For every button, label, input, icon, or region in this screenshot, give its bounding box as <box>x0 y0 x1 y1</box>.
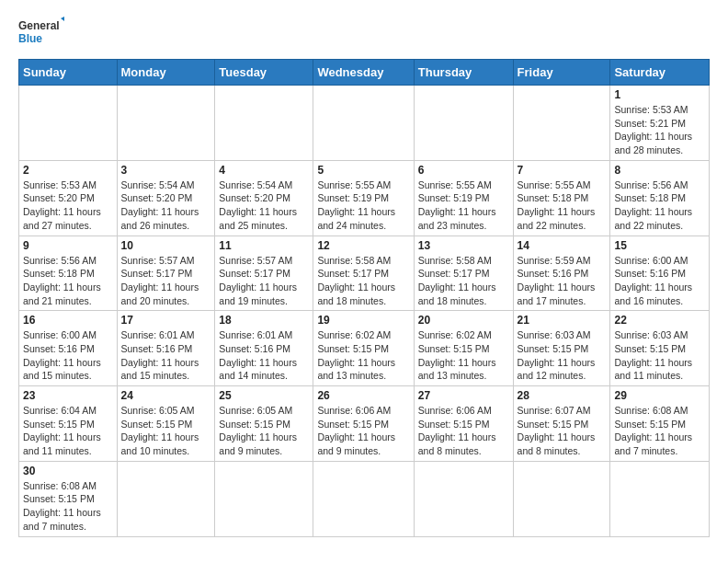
calendar-cell: 9Sunrise: 5:56 AM Sunset: 5:18 PM Daylig… <box>19 236 118 311</box>
day-number: 7 <box>518 164 607 177</box>
col-header-tuesday: Tuesday <box>215 60 313 86</box>
calendar-cell: 4Sunrise: 5:54 AM Sunset: 5:20 PM Daylig… <box>215 160 313 236</box>
calendar-cell: 2Sunrise: 5:53 AM Sunset: 5:20 PM Daylig… <box>19 160 118 236</box>
day-number: 14 <box>518 239 607 252</box>
col-header-thursday: Thursday <box>414 60 513 86</box>
day-number: 15 <box>614 239 705 252</box>
day-info: Sunrise: 5:54 AM Sunset: 5:20 PM Dayligh… <box>219 178 309 233</box>
day-info: Sunrise: 6:08 AM Sunset: 5:15 PM Dayligh… <box>614 404 705 458</box>
calendar-cell: 28Sunrise: 6:07 AM Sunset: 5:15 PM Dayli… <box>513 386 610 462</box>
calendar-cell <box>414 461 513 536</box>
calendar-cell: 11Sunrise: 5:57 AM Sunset: 5:17 PM Dayli… <box>215 236 313 311</box>
calendar-cell: 26Sunrise: 6:06 AM Sunset: 5:15 PM Dayli… <box>313 386 414 462</box>
calendar-cell: 21Sunrise: 6:03 AM Sunset: 5:15 PM Dayli… <box>513 311 610 386</box>
calendar-cell: 8Sunrise: 5:56 AM Sunset: 5:18 PM Daylig… <box>610 160 710 236</box>
calendar-cell <box>215 86 313 161</box>
day-number: 27 <box>418 389 509 402</box>
logo: General Blue <box>18 15 64 52</box>
calendar-cell <box>117 86 215 161</box>
day-number: 11 <box>219 239 309 252</box>
calendar-cell: 19Sunrise: 6:02 AM Sunset: 5:15 PM Dayli… <box>313 311 414 386</box>
calendar-cell <box>313 461 414 536</box>
day-number: 19 <box>317 314 409 327</box>
day-info: Sunrise: 5:55 AM Sunset: 5:19 PM Dayligh… <box>418 178 509 233</box>
calendar-cell <box>313 86 414 161</box>
day-info: Sunrise: 6:03 AM Sunset: 5:15 PM Dayligh… <box>614 328 705 383</box>
day-info: Sunrise: 5:59 AM Sunset: 5:16 PM Dayligh… <box>518 254 607 308</box>
day-info: Sunrise: 5:55 AM Sunset: 5:19 PM Dayligh… <box>317 178 409 233</box>
calendar-cell: 25Sunrise: 6:05 AM Sunset: 5:15 PM Dayli… <box>215 386 313 462</box>
day-info: Sunrise: 5:55 AM Sunset: 5:18 PM Dayligh… <box>518 178 607 233</box>
calendar-cell: 5Sunrise: 5:55 AM Sunset: 5:19 PM Daylig… <box>313 160 414 236</box>
day-number: 30 <box>23 465 113 477</box>
day-info: Sunrise: 6:04 AM Sunset: 5:15 PM Dayligh… <box>23 404 113 458</box>
day-number: 26 <box>317 389 409 402</box>
day-info: Sunrise: 6:05 AM Sunset: 5:15 PM Dayligh… <box>121 404 211 458</box>
day-info: Sunrise: 6:01 AM Sunset: 5:16 PM Dayligh… <box>121 328 211 383</box>
day-info: Sunrise: 6:00 AM Sunset: 5:16 PM Dayligh… <box>614 254 705 308</box>
calendar-header-row: SundayMondayTuesdayWednesdayThursdayFrid… <box>19 60 710 86</box>
day-info: Sunrise: 5:57 AM Sunset: 5:17 PM Dayligh… <box>219 254 309 308</box>
day-info: Sunrise: 5:53 AM Sunset: 5:20 PM Dayligh… <box>23 178 113 233</box>
calendar-cell <box>117 461 215 536</box>
week-row-4: 23Sunrise: 6:04 AM Sunset: 5:15 PM Dayli… <box>19 386 710 462</box>
calendar-cell: 16Sunrise: 6:00 AM Sunset: 5:16 PM Dayli… <box>19 311 118 386</box>
calendar-cell: 10Sunrise: 5:57 AM Sunset: 5:17 PM Dayli… <box>117 236 215 311</box>
calendar-cell: 20Sunrise: 6:02 AM Sunset: 5:15 PM Dayli… <box>414 311 513 386</box>
day-info: Sunrise: 5:56 AM Sunset: 5:18 PM Dayligh… <box>614 178 705 233</box>
col-header-wednesday: Wednesday <box>313 60 414 86</box>
calendar-cell: 6Sunrise: 5:55 AM Sunset: 5:19 PM Daylig… <box>414 160 513 236</box>
day-number: 29 <box>614 389 705 402</box>
day-info: Sunrise: 5:56 AM Sunset: 5:18 PM Dayligh… <box>23 254 113 308</box>
svg-text:Blue: Blue <box>18 32 42 45</box>
day-number: 23 <box>23 389 113 402</box>
day-number: 12 <box>317 239 409 252</box>
header: General Blue <box>18 15 710 52</box>
logo-svg: General Blue <box>18 15 64 52</box>
calendar-cell: 1Sunrise: 5:53 AM Sunset: 5:21 PM Daylig… <box>610 86 710 161</box>
day-info: Sunrise: 6:02 AM Sunset: 5:15 PM Dayligh… <box>317 328 409 383</box>
day-number: 18 <box>219 314 309 327</box>
calendar-cell: 23Sunrise: 6:04 AM Sunset: 5:15 PM Dayli… <box>19 386 118 462</box>
day-number: 21 <box>518 314 607 327</box>
day-number: 20 <box>418 314 509 327</box>
day-number: 1 <box>614 88 705 101</box>
day-number: 9 <box>23 239 113 252</box>
calendar-cell <box>19 86 118 161</box>
calendar-cell: 12Sunrise: 5:58 AM Sunset: 5:17 PM Dayli… <box>313 236 414 311</box>
week-row-3: 16Sunrise: 6:00 AM Sunset: 5:16 PM Dayli… <box>19 311 710 386</box>
svg-marker-2 <box>61 15 64 24</box>
day-info: Sunrise: 5:57 AM Sunset: 5:17 PM Dayligh… <box>121 254 211 308</box>
day-info: Sunrise: 6:03 AM Sunset: 5:15 PM Dayligh… <box>518 328 607 383</box>
week-row-2: 9Sunrise: 5:56 AM Sunset: 5:18 PM Daylig… <box>19 236 710 311</box>
day-info: Sunrise: 6:05 AM Sunset: 5:15 PM Dayligh… <box>219 404 309 458</box>
calendar-cell: 17Sunrise: 6:01 AM Sunset: 5:16 PM Dayli… <box>117 311 215 386</box>
day-number: 24 <box>121 389 211 402</box>
calendar-cell: 18Sunrise: 6:01 AM Sunset: 5:16 PM Dayli… <box>215 311 313 386</box>
day-info: Sunrise: 5:58 AM Sunset: 5:17 PM Dayligh… <box>317 254 409 308</box>
day-info: Sunrise: 6:02 AM Sunset: 5:15 PM Dayligh… <box>418 328 509 383</box>
calendar-cell: 30Sunrise: 6:08 AM Sunset: 5:15 PM Dayli… <box>19 461 118 536</box>
day-info: Sunrise: 6:00 AM Sunset: 5:16 PM Dayligh… <box>23 328 113 383</box>
calendar-cell <box>215 461 313 536</box>
calendar-cell: 22Sunrise: 6:03 AM Sunset: 5:15 PM Dayli… <box>610 311 710 386</box>
calendar-cell: 3Sunrise: 5:54 AM Sunset: 5:20 PM Daylig… <box>117 160 215 236</box>
week-row-0: 1Sunrise: 5:53 AM Sunset: 5:21 PM Daylig… <box>19 86 710 161</box>
day-number: 13 <box>418 239 509 252</box>
day-info: Sunrise: 6:08 AM Sunset: 5:15 PM Dayligh… <box>23 479 113 534</box>
day-info: Sunrise: 5:54 AM Sunset: 5:20 PM Dayligh… <box>121 178 211 233</box>
calendar-cell <box>414 86 513 161</box>
day-number: 16 <box>23 314 113 327</box>
calendar-cell: 24Sunrise: 6:05 AM Sunset: 5:15 PM Dayli… <box>117 386 215 462</box>
calendar-table: SundayMondayTuesdayWednesdayThursdayFrid… <box>18 59 710 537</box>
col-header-monday: Monday <box>117 60 215 86</box>
day-number: 2 <box>23 164 113 177</box>
week-row-5: 30Sunrise: 6:08 AM Sunset: 5:15 PM Dayli… <box>19 461 710 536</box>
day-number: 22 <box>614 314 705 327</box>
calendar-cell: 27Sunrise: 6:06 AM Sunset: 5:15 PM Dayli… <box>414 386 513 462</box>
day-number: 17 <box>121 314 211 327</box>
col-header-friday: Friday <box>513 60 610 86</box>
day-info: Sunrise: 5:53 AM Sunset: 5:21 PM Dayligh… <box>614 103 705 157</box>
calendar-cell: 7Sunrise: 5:55 AM Sunset: 5:18 PM Daylig… <box>513 160 610 236</box>
day-number: 3 <box>121 164 211 177</box>
